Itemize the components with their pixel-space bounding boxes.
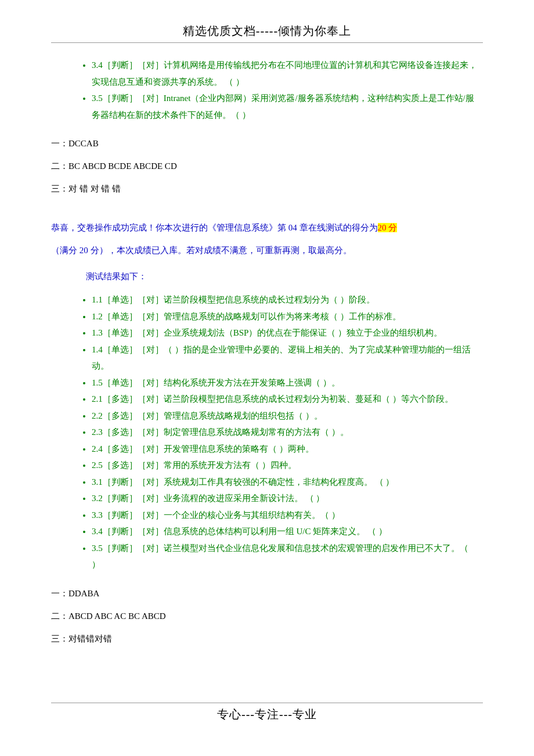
list-item: 3.2［判断］［对］业务流程的改进应采用全新设计法。 （ ） xyxy=(92,490,483,507)
answer-line: 三：对 错 对 错 错 xyxy=(51,178,483,200)
congrats-text: 恭喜，交卷操作成功完成！你本次进行的《管理信息系统》第 04 章在线测试的得分为 xyxy=(51,223,378,232)
score-highlight: 20 分 xyxy=(378,223,398,232)
congrats-text-2: （满分 20 分），本次成绩已入库。若对成绩不满意，可重新再测，取最高分。 xyxy=(51,239,483,262)
answer-line: 三：对错错对错 xyxy=(51,628,483,650)
list-item: 3.4［判断］［对］信息系统的总体结构可以利用一组 U/C 矩阵来定义。 （ ） xyxy=(92,523,483,540)
list-item: 1.4［单选］［对］（ ）指的是企业管理中必要的、逻辑上相关的、为了完成某种管理… xyxy=(92,341,483,375)
list-item: 3.3［判断］［对］一个企业的核心业务与其组织结构有关。（ ） xyxy=(92,507,483,524)
list-item: 2.5［多选］［对］常用的系统开发方法有（ ）四种。 xyxy=(92,457,483,474)
list-item: 1.3［单选］［对］企业系统规划法（BSP）的优点在于能保证（ ）独立于企业的组… xyxy=(92,325,483,341)
list-item: 3.4［判断］［对］计算机网络是用传输线把分布在不同地理位置的计算机和其它网络设… xyxy=(92,57,483,90)
answers-block-2: 一：DDABA 二：ABCD ABC AC BC ABCD 三：对错错对错 xyxy=(51,582,483,650)
list-item: 2.2［多选］［对］管理信息系统战略规划的组织包括（ ）。 xyxy=(92,408,483,424)
answer-line: 一：DCCAB xyxy=(51,132,483,155)
list-item: 1.2［单选］［对］管理信息系统的战略规划可以作为将来考核（ ）工作的标准。 xyxy=(92,308,483,325)
answers-block-1: 一：DCCAB 二：BC ABCD BCDE ABCDE CD 三：对 错 对 … xyxy=(51,132,483,200)
list-item: 1.5［单选］［对］结构化系统开发方法在开发策略上强调（ ）。 xyxy=(92,375,483,391)
answer-line: 二：BC ABCD BCDE ABCDE CD xyxy=(51,155,483,178)
congrats-block: 恭喜，交卷操作成功完成！你本次进行的《管理信息系统》第 04 章在线测试的得分为… xyxy=(51,217,483,262)
list-item: 3.5［判断］［对］Intranet（企业内部网）采用浏览器/服务器系统结构，这… xyxy=(92,90,483,123)
document-page: 精选优质文档-----倾情为你奉上 3.4［判断］［对］计算机网络是用传输线把分… xyxy=(0,0,534,746)
page-footer: 专心---专注---专业 xyxy=(51,703,483,722)
result-label: 测试结果如下： xyxy=(86,271,483,282)
answer-line: 一：DDABA xyxy=(51,582,483,605)
list-item: 2.4［多选］［对］开发管理信息系统的策略有（ ）两种。 xyxy=(92,441,483,458)
list-item: 1.1［单选］［对］诺兰阶段模型把信息系统的成长过程划分为（ ）阶段。 xyxy=(92,291,483,308)
page-header: 精选优质文档-----倾情为你奉上 xyxy=(51,23,483,43)
list-item: 2.3［多选］［对］制定管理信息系统战略规划常有的方法有（ ）。 xyxy=(92,424,483,441)
bottom-question-list: 1.1［单选］［对］诺兰阶段模型把信息系统的成长过程划分为（ ）阶段。1.2［单… xyxy=(51,291,483,573)
answer-line: 二：ABCD ABC AC BC ABCD xyxy=(51,605,483,628)
list-item: 3.1［判断］［对］系统规划工作具有较强的不确定性，非结构化程度高。 （ ） xyxy=(92,474,483,491)
list-item: 3.5［判断］［对］诺兰模型对当代企业信息化发展和信息技术的宏观管理的启发作用已… xyxy=(92,540,483,573)
top-question-list: 3.4［判断］［对］计算机网络是用传输线把分布在不同地理位置的计算机和其它网络设… xyxy=(51,57,483,123)
list-item: 2.1［多选］［对］诺兰阶段模型把信息系统的成长过程划分为初装、蔓延和（ ）等六… xyxy=(92,391,483,408)
